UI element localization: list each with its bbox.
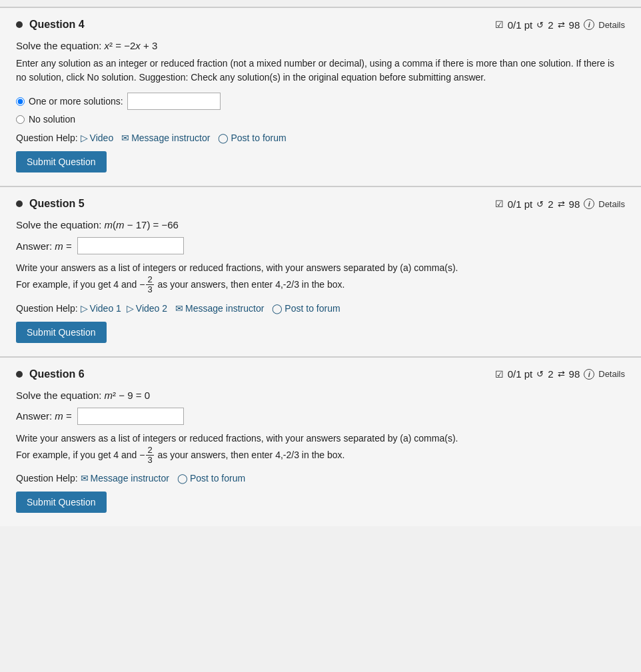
- no-solution-radio[interactable]: [16, 115, 25, 124]
- question-4-help: Question Help: ▷ Video ✉ Message instruc…: [16, 133, 625, 143]
- question-4-meta: ☑ 0/1 pt ↺ 2 ⇄ 98 i Details: [495, 19, 625, 31]
- play-icon-q4: ▷: [81, 133, 88, 143]
- question-5-instructions: Write your answers as a list of integers…: [16, 261, 625, 295]
- question-5-help: Question Help: ▷ Video 1 ▷ Video 2 ✉ Mes…: [16, 303, 625, 314]
- question-4-score: 0/1 pt: [508, 19, 533, 31]
- video-link-q4[interactable]: ▷ Video: [81, 133, 114, 143]
- play-icon1-q5: ▷: [81, 303, 88, 314]
- message-instructor-link-q4[interactable]: ✉ Message instructor: [121, 133, 210, 143]
- question-6-label: Question 6: [29, 368, 85, 380]
- bullet-icon-q6: [16, 371, 23, 378]
- play-icon2-q5: ▷: [127, 303, 134, 314]
- forum-icon-q4: ◯: [218, 133, 229, 143]
- question-4-block: Question 4 ☑ 0/1 pt ↺ 2 ⇄ 98 i Details S…: [0, 7, 641, 186]
- question-4-details-link[interactable]: Details: [598, 20, 625, 30]
- message-instructor-link-q5[interactable]: ✉ Message instructor: [175, 303, 264, 314]
- answer-label-q6: Answer: m =: [16, 410, 72, 422]
- post-to-forum-link-q4[interactable]: ◯ Post to forum: [218, 133, 286, 143]
- question-5-header: Question 5 ☑ 0/1 pt ↺ 2 ⇄ 98 i Details: [16, 198, 625, 210]
- question-6-meta: ☑ 0/1 pt ↺ 2 ⇄ 98 i Details: [495, 368, 625, 380]
- submit-q4-button[interactable]: Submit Question: [16, 151, 107, 172]
- q6-answer-input[interactable]: [77, 408, 184, 425]
- checkbox-icon: ☑: [495, 19, 504, 30]
- video1-link-q5[interactable]: ▷ Video 1: [81, 303, 121, 314]
- info-icon-q5: i: [584, 198, 594, 209]
- submission-icon: ⇄: [558, 20, 565, 30]
- submission-icon-q6: ⇄: [558, 369, 565, 379]
- question-6-details-link[interactable]: Details: [598, 369, 625, 379]
- question-4-equation: Solve the equation: x² = −2x + 3: [16, 40, 625, 51]
- retry-icon-q6: ↺: [536, 369, 544, 379]
- forum-icon-q6: ◯: [177, 473, 188, 484]
- question-4-title: Question 4: [16, 19, 85, 31]
- question-6-header: Question 6 ☑ 0/1 pt ↺ 2 ⇄ 98 i Details: [16, 368, 625, 380]
- one-or-more-radio[interactable]: [16, 97, 25, 106]
- question-4-body: Solve the equation: x² = −2x + 3 Enter a…: [16, 40, 625, 125]
- retry-icon-q5: ↺: [536, 199, 544, 209]
- q5-answer-input[interactable]: [77, 237, 184, 254]
- question-6-retries: 2: [548, 368, 553, 380]
- question-5-submissions: 98: [569, 198, 580, 210]
- question-6-instructions: Write your answers as a list of integers…: [16, 432, 625, 466]
- question-6-block: Question 6 ☑ 0/1 pt ↺ 2 ⇄ 98 i Details S…: [0, 356, 641, 527]
- help-label-q4: Question Help:: [16, 133, 78, 143]
- question-5-details-link[interactable]: Details: [598, 199, 625, 209]
- submit-q5-button[interactable]: Submit Question: [16, 322, 107, 343]
- info-icon: i: [584, 19, 594, 30]
- question-5-title: Question 5: [16, 198, 85, 210]
- one-or-more-option: One or more solutions:: [16, 93, 625, 110]
- question-6-score: 0/1 pt: [508, 368, 533, 380]
- question-6-equation: Solve the equation: m² − 9 = 0: [16, 390, 625, 401]
- submit-q6-button[interactable]: Submit Question: [16, 492, 107, 513]
- checkbox-icon-q6: ☑: [495, 369, 504, 380]
- question-4-submissions: 98: [569, 19, 580, 31]
- question-5-label: Question 5: [29, 198, 85, 210]
- q4-answer-input[interactable]: [127, 93, 221, 110]
- question-5-body: Solve the equation: m(m − 17) = −66 Answ…: [16, 219, 625, 295]
- retry-icon: ↺: [536, 20, 544, 30]
- checkbox-icon-q5: ☑: [495, 198, 504, 209]
- one-or-more-label: One or more solutions:: [29, 96, 123, 107]
- no-solution-label: No solution: [29, 114, 75, 125]
- question-6-submissions: 98: [569, 368, 580, 380]
- bullet-icon-q5: [16, 200, 23, 207]
- email-icon-q6: ✉: [81, 473, 89, 484]
- submission-icon-q5: ⇄: [558, 199, 565, 209]
- question-5-score: 0/1 pt: [508, 198, 533, 210]
- question-4-header: Question 4 ☑ 0/1 pt ↺ 2 ⇄ 98 i Details: [16, 19, 625, 31]
- question-6-answer-row: Answer: m =: [16, 408, 625, 425]
- post-to-forum-link-q5[interactable]: ◯ Post to forum: [272, 303, 340, 314]
- help-label-q6: Question Help:: [16, 473, 78, 484]
- question-5-answer-row: Answer: m =: [16, 237, 625, 254]
- email-icon-q5: ✉: [175, 303, 183, 314]
- question-5-equation: Solve the equation: m(m − 17) = −66: [16, 219, 625, 230]
- question-5-meta: ☑ 0/1 pt ↺ 2 ⇄ 98 i Details: [495, 198, 625, 210]
- bullet-icon: [16, 21, 23, 28]
- post-to-forum-link-q6[interactable]: ◯ Post to forum: [177, 473, 245, 484]
- question-4-label: Question 4: [29, 19, 85, 31]
- question-6-help: Question Help: ✉ Message instructor ◯ Po…: [16, 473, 625, 484]
- question-5-block: Question 5 ☑ 0/1 pt ↺ 2 ⇄ 98 i Details S…: [0, 186, 641, 356]
- question-5-retries: 2: [548, 198, 553, 210]
- question-6-body: Solve the equation: m² − 9 = 0 Answer: m…: [16, 390, 625, 466]
- info-icon-q6: i: [584, 369, 594, 380]
- question-6-title: Question 6: [16, 368, 85, 380]
- no-solution-option: No solution: [16, 114, 625, 125]
- video2-link-q5[interactable]: ▷ Video 2: [127, 303, 167, 314]
- question-4-retries: 2: [548, 19, 553, 31]
- answer-label-q5: Answer: m =: [16, 240, 72, 252]
- help-label-q5: Question Help:: [16, 303, 78, 314]
- message-instructor-link-q6[interactable]: ✉ Message instructor: [81, 473, 169, 484]
- forum-icon-q5: ◯: [272, 303, 283, 314]
- email-icon-q4: ✉: [121, 133, 129, 143]
- question-4-instructions: Enter any solution as an integer or redu…: [16, 57, 625, 85]
